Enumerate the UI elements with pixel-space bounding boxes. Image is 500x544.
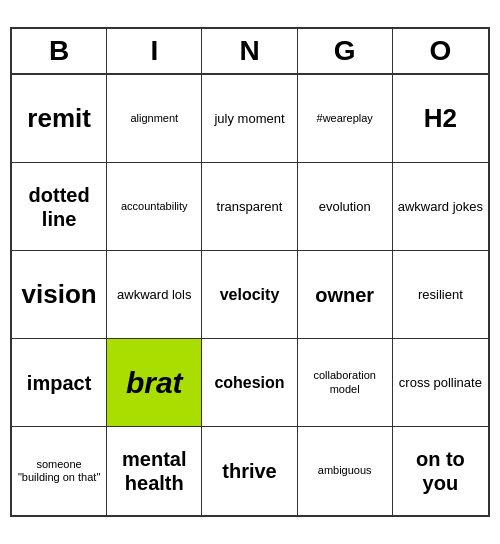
bingo-cell: someone "building on that" bbox=[12, 427, 107, 515]
bingo-cell: H2 bbox=[393, 75, 488, 163]
bingo-cell: accountability bbox=[107, 163, 202, 251]
bingo-cell: resilient bbox=[393, 251, 488, 339]
header-letter: I bbox=[107, 29, 202, 73]
cell-text: alignment bbox=[130, 112, 178, 125]
cell-text: brat bbox=[126, 365, 183, 401]
cell-text: on to you bbox=[397, 447, 484, 495]
cell-text: owner bbox=[315, 283, 374, 307]
cell-text: vision bbox=[22, 279, 97, 310]
cell-text: impact bbox=[27, 371, 91, 395]
cell-text: awkward lols bbox=[117, 287, 191, 303]
cell-text: mental health bbox=[111, 447, 197, 495]
cell-text: someone "building on that" bbox=[16, 458, 102, 484]
cell-text: cohesion bbox=[214, 373, 284, 392]
cell-text: cross pollinate bbox=[399, 375, 482, 391]
cell-text: velocity bbox=[220, 285, 280, 304]
header-letter: G bbox=[298, 29, 393, 73]
header-letter: B bbox=[12, 29, 107, 73]
bingo-cell: velocity bbox=[202, 251, 297, 339]
cell-text: july moment bbox=[214, 111, 284, 127]
bingo-cell: awkward lols bbox=[107, 251, 202, 339]
cell-text: evolution bbox=[319, 199, 371, 215]
cell-text: remit bbox=[27, 103, 91, 134]
cell-text: dotted line bbox=[16, 183, 102, 231]
bingo-cell: cross pollinate bbox=[393, 339, 488, 427]
bingo-cell: awkward jokes bbox=[393, 163, 488, 251]
cell-text: resilient bbox=[418, 287, 463, 303]
bingo-cell: ambiguous bbox=[298, 427, 393, 515]
header-letter: N bbox=[202, 29, 297, 73]
bingo-cell: owner bbox=[298, 251, 393, 339]
bingo-cell: dotted line bbox=[12, 163, 107, 251]
bingo-cell: alignment bbox=[107, 75, 202, 163]
bingo-cell: cohesion bbox=[202, 339, 297, 427]
cell-text: H2 bbox=[424, 103, 457, 134]
bingo-cell: mental health bbox=[107, 427, 202, 515]
cell-text: #weareplay bbox=[317, 112, 373, 125]
cell-text: accountability bbox=[121, 200, 188, 213]
header-letter: O bbox=[393, 29, 488, 73]
cell-text: awkward jokes bbox=[398, 199, 483, 215]
bingo-grid: remitalignmentjuly moment#weareplayH2dot… bbox=[12, 75, 488, 515]
bingo-cell: thrive bbox=[202, 427, 297, 515]
bingo-cell: vision bbox=[12, 251, 107, 339]
bingo-cell: remit bbox=[12, 75, 107, 163]
bingo-cell: july moment bbox=[202, 75, 297, 163]
bingo-card: BINGO remitalignmentjuly moment#wearepla… bbox=[10, 27, 490, 517]
cell-text: ambiguous bbox=[318, 464, 372, 477]
bingo-cell: brat bbox=[107, 339, 202, 427]
bingo-cell: transparent bbox=[202, 163, 297, 251]
bingo-cell: #weareplay bbox=[298, 75, 393, 163]
bingo-cell: on to you bbox=[393, 427, 488, 515]
bingo-cell: impact bbox=[12, 339, 107, 427]
cell-text: transparent bbox=[217, 199, 283, 215]
bingo-cell: collaboration model bbox=[298, 339, 393, 427]
cell-text: collaboration model bbox=[302, 369, 388, 395]
bingo-cell: evolution bbox=[298, 163, 393, 251]
bingo-header: BINGO bbox=[12, 29, 488, 75]
cell-text: thrive bbox=[222, 459, 276, 483]
